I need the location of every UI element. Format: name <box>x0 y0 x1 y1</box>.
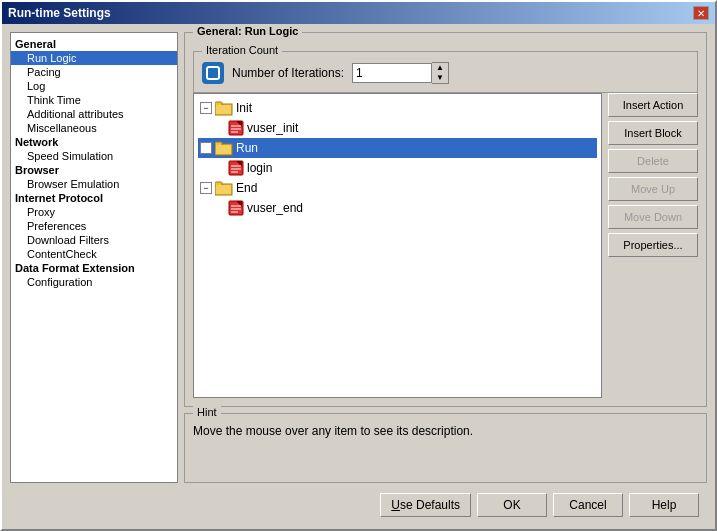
tree-node-label-vuser_end: vuser_end <box>247 201 303 215</box>
spin-down-button[interactable]: ▼ <box>432 73 448 83</box>
sidebar-item-miscellaneous[interactable]: Miscellaneous <box>11 121 177 135</box>
svg-rect-18 <box>216 185 231 194</box>
sidebar-item-internet-protocol[interactable]: Internet Protocol <box>11 191 177 205</box>
ok-label: OK <box>503 498 520 512</box>
script-icon-vuser_init <box>228 120 244 136</box>
logic-area: − Init vuser_init− Run login− <box>193 93 698 398</box>
script-icon-vuser_end <box>228 200 244 216</box>
use-defaults-label: Use Defaults <box>391 498 460 512</box>
iteration-label: Number of Iterations: <box>232 66 344 80</box>
iter-icon <box>202 62 224 84</box>
sidebar-item-preferences[interactable]: Preferences <box>11 219 177 233</box>
move-up-button[interactable]: Move Up <box>608 177 698 201</box>
sidebar-item-content-check[interactable]: ContentCheck <box>11 247 177 261</box>
insert-block-button[interactable]: Insert Block <box>608 121 698 145</box>
hint-group: Hint Move the mouse over any item to see… <box>184 413 707 483</box>
tree-node-label-login: login <box>247 161 272 175</box>
tree-node-vuser_init[interactable]: vuser_init <box>198 118 597 138</box>
svg-rect-10 <box>216 145 231 154</box>
tree-node-init[interactable]: − Init <box>198 98 597 118</box>
hint-group-title: Hint <box>193 406 221 418</box>
content-area: General: Run Logic Iteration Count Numbe… <box>184 32 707 483</box>
tree-node-login[interactable]: login <box>198 158 597 178</box>
sidebar: GeneralRun LogicPacingLogThink TimeAddit… <box>10 32 178 483</box>
script-icon-login <box>228 160 244 176</box>
folder-icon-end <box>215 180 233 196</box>
main-window: Run-time Settings ✕ GeneralRun LogicPaci… <box>0 0 717 531</box>
sidebar-item-think-time[interactable]: Think Time <box>11 93 177 107</box>
help-label: Help <box>652 498 677 512</box>
iteration-group-title: Iteration Count <box>202 44 282 56</box>
sidebar-item-browser-emulation[interactable]: Browser Emulation <box>11 177 177 191</box>
iter-icon-inner <box>206 66 220 80</box>
run-logic-group: General: Run Logic Iteration Count Numbe… <box>184 32 707 407</box>
sidebar-item-additional-attributes[interactable]: Additional attributes <box>11 107 177 121</box>
properties-button[interactable]: Properties... <box>608 233 698 257</box>
move-down-button[interactable]: Move Down <box>608 205 698 229</box>
use-defaults-button[interactable]: Use Defaults <box>380 493 471 517</box>
sidebar-item-download-filters[interactable]: Download Filters <box>11 233 177 247</box>
expand-icon-run[interactable]: − <box>200 142 212 154</box>
close-button[interactable]: ✕ <box>693 6 709 20</box>
help-button[interactable]: Help <box>629 493 699 517</box>
spin-buttons: ▲ ▼ <box>432 62 449 84</box>
sidebar-item-configuration[interactable]: Configuration <box>11 275 177 289</box>
sidebar-item-general[interactable]: General <box>11 37 177 51</box>
tree-node-run[interactable]: − Run <box>198 138 597 158</box>
title-bar: Run-time Settings ✕ <box>2 2 715 24</box>
spin-up-button[interactable]: ▲ <box>432 63 448 73</box>
folder-icon-init <box>215 100 233 116</box>
ok-button[interactable]: OK <box>477 493 547 517</box>
tree-node-label-run: Run <box>236 141 258 155</box>
iteration-row: Number of Iterations: ▲ ▼ <box>202 62 689 84</box>
iteration-group: Iteration Count Number of Iterations: ▲ … <box>193 51 698 93</box>
iter-input-wrap: ▲ ▼ <box>352 62 449 84</box>
sidebar-item-data-format-ext[interactable]: Data Format Extension <box>11 261 177 275</box>
tree-node-label-vuser_init: vuser_init <box>247 121 298 135</box>
sidebar-item-log[interactable]: Log <box>11 79 177 93</box>
main-area: GeneralRun LogicPacingLogThink TimeAddit… <box>10 32 707 483</box>
sidebar-item-network[interactable]: Network <box>11 135 177 149</box>
sidebar-item-run-logic[interactable]: Run Logic <box>11 51 177 65</box>
tree-node-vuser_end[interactable]: vuser_end <box>198 198 597 218</box>
tree-node-label-end: End <box>236 181 257 195</box>
dialog-body: GeneralRun LogicPacingLogThink TimeAddit… <box>2 24 715 529</box>
sidebar-item-speed-simulation[interactable]: Speed Simulation <box>11 149 177 163</box>
iteration-input[interactable] <box>352 63 432 83</box>
sidebar-item-proxy[interactable]: Proxy <box>11 205 177 219</box>
window-title: Run-time Settings <box>8 6 111 20</box>
tree-node-label-init: Init <box>236 101 252 115</box>
run-logic-title: General: Run Logic <box>193 25 302 37</box>
cancel-label: Cancel <box>569 498 606 512</box>
cancel-button[interactable]: Cancel <box>553 493 623 517</box>
delete-button[interactable]: Delete <box>608 149 698 173</box>
expand-icon-init[interactable]: − <box>200 102 212 114</box>
svg-rect-2 <box>216 105 231 114</box>
logic-buttons: Insert Action Insert Block Delete Move U… <box>608 93 698 398</box>
sidebar-item-pacing[interactable]: Pacing <box>11 65 177 79</box>
logic-tree: − Init vuser_init− Run login− <box>193 93 602 398</box>
hint-text: Move the mouse over any item to see its … <box>193 424 698 438</box>
bottom-bar: Use Defaults OK Cancel Help <box>10 489 707 521</box>
sidebar-item-browser[interactable]: Browser <box>11 163 177 177</box>
expand-icon-end[interactable]: − <box>200 182 212 194</box>
tree-node-end[interactable]: − End <box>198 178 597 198</box>
folder-icon-run <box>215 140 233 156</box>
insert-action-button[interactable]: Insert Action <box>608 93 698 117</box>
